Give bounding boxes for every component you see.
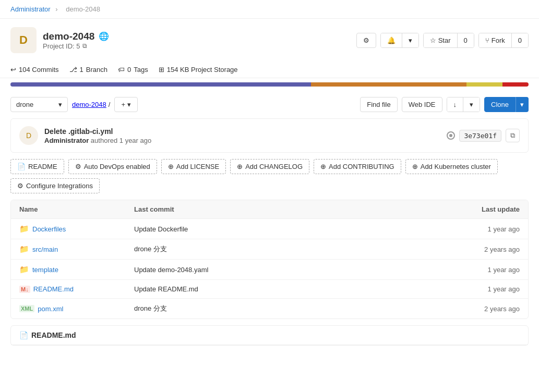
settings-icon: ⚙ [363, 36, 369, 44]
table-row: 📁 template Update demo-2048.yaml 1 year … [11, 260, 528, 280]
commit-hash-area: 3e73e01f ⧉ [447, 129, 520, 142]
commit-msg-template: Update demo-2048.yaml [134, 266, 447, 274]
clone-group: Clone ▾ [484, 97, 529, 112]
add-contributing-shortcut[interactable]: ⊕ Add CONTRIBUTING [314, 159, 401, 174]
commits-stat[interactable]: ↩ 104 Commits [10, 66, 59, 74]
download-dropdown[interactable]: ▾ [463, 97, 480, 112]
branch-name: drone [16, 101, 33, 108]
update-time-pomxml: 2 years ago [447, 305, 520, 313]
configure-integrations-shortcut[interactable]: ⚙ Configure Integrations [10, 178, 100, 193]
readme-header: 📄 README.md [11, 326, 528, 345]
devops-icon: ⚙ [75, 163, 81, 170]
notifications-dropdown[interactable]: ▾ [402, 33, 418, 47]
find-file-button[interactable]: Find file [360, 97, 398, 112]
commit-left: D Delete .gitlab-ci.yml Administrator au… [19, 126, 151, 145]
stats-bar: ↩ 104 Commits ⎇ 1 Branch 🏷 0 Tags ⊞ 154 … [0, 62, 539, 78]
commit-radio-icon [447, 131, 455, 140]
add-contributing-icon: ⊕ [320, 163, 326, 170]
bell-icon: 🔔 [387, 36, 396, 44]
update-time-srcmain: 2 years ago [447, 246, 520, 253]
plus-icon: + [121, 101, 125, 108]
settings-button[interactable]: ⚙ [356, 33, 376, 48]
storage-stat[interactable]: ⊞ 154 KB Project Storage [159, 66, 238, 74]
branches-stat[interactable]: ⎇ 1 Branch [69, 66, 107, 74]
fork-count[interactable]: 0 [512, 33, 528, 47]
readme-icon: 📄 [17, 163, 26, 170]
web-ide-button[interactable]: Web IDE [402, 97, 442, 112]
branch-chevron-icon: ▾ [58, 101, 62, 108]
file-name-pomxml[interactable]: XML pom.xml [19, 305, 134, 313]
clone-button[interactable]: Clone [484, 97, 516, 112]
table-row: 📁 Dockerfiles Update Dockerfile 1 year a… [11, 219, 528, 239]
fork-button[interactable]: ⑂ Fork [479, 33, 512, 47]
add-changelog-shortcut[interactable]: ⊕ Add CHANGELOG [230, 159, 309, 174]
commit-hash[interactable]: 3e73e01f [459, 130, 501, 142]
breadcrumb: Administrator › demo-2048 [0, 0, 539, 19]
star-icon: ☆ [430, 36, 436, 44]
storage-label: 154 KB Project Storage [167, 66, 238, 74]
col-name: Name [19, 205, 134, 213]
auto-devops-shortcut[interactable]: ⚙ Auto DevOps enabled [68, 159, 157, 174]
project-meta: demo-2048 🌐 Project ID: 5 ⧉ [43, 31, 109, 50]
add-changelog-icon: ⊕ [237, 163, 243, 170]
commit-author: Administrator authored 1 year ago [44, 137, 151, 144]
clone-dropdown-button[interactable]: ▾ [516, 97, 529, 112]
project-name-row: demo-2048 🌐 [43, 31, 109, 42]
shortcut-buttons: 📄 README ⚙ Auto DevOps enabled ⊕ Add LIC… [0, 159, 539, 200]
project-name: demo-2048 [43, 31, 94, 42]
copy-hash-button[interactable]: ⧉ [506, 129, 520, 142]
breadcrumb-separator: › [55, 5, 57, 13]
table-row: M↓ README.md Update README.md 1 year ago [11, 280, 528, 299]
add-kubernetes-icon: ⊕ [412, 163, 418, 170]
copy-id-icon[interactable]: ⧉ [82, 42, 87, 50]
md-file-icon: M↓ [19, 286, 30, 293]
folder-icon: 📁 [19, 265, 29, 274]
col-commit: Last commit [134, 205, 447, 213]
readme-file-icon: 📄 [19, 331, 28, 339]
readme-shortcut[interactable]: 📄 README [10, 159, 64, 174]
star-button[interactable]: ☆ Star [424, 33, 458, 47]
commit-message[interactable]: Delete .gitlab-ci.yml [44, 127, 151, 136]
update-time-template: 1 year ago [447, 266, 520, 274]
breadcrumb-current: demo-2048 [66, 5, 100, 13]
file-name-srcmain[interactable]: 📁 src/main [19, 244, 134, 254]
commit-avatar: D [19, 126, 38, 145]
commit-info: D Delete .gitlab-ci.yml Administrator au… [10, 118, 529, 153]
author-name: Administrator [44, 137, 89, 144]
xml-file-icon: XML [19, 305, 34, 312]
tag-label: Tags [134, 66, 148, 74]
file-table-header: Name Last commit Last update [11, 200, 528, 219]
file-name-dockerfiles[interactable]: 📁 Dockerfiles [19, 224, 134, 234]
notifications-button[interactable]: 🔔 [381, 33, 402, 47]
radio-inner [449, 134, 452, 137]
readme-title: README.md [31, 331, 76, 339]
path-separator: / [109, 101, 111, 108]
tag-icon: 🏷 [118, 66, 125, 74]
project-actions: ⚙ 🔔 ▾ ☆ Star 0 ⑂ Fork 0 [356, 33, 529, 48]
branch-selector[interactable]: drone ▾ [10, 97, 68, 112]
author-action: authored 1 year ago [91, 137, 151, 144]
file-table: Name Last commit Last update 📁 Dockerfil… [10, 200, 529, 319]
readme-section: 📄 README.md [10, 325, 529, 346]
add-file-button[interactable]: + ▾ [114, 97, 138, 112]
breadcrumb-parent[interactable]: Administrator [10, 5, 51, 13]
repo-path-root[interactable]: demo-2048 [72, 101, 106, 108]
commits-icon: ↩ [10, 66, 16, 74]
notifications-group: 🔔 ▾ [380, 33, 419, 48]
commit-msg-srcmain: drone 分支 [134, 244, 447, 254]
star-count[interactable]: 0 [458, 33, 474, 47]
download-icon: ↓ [453, 101, 457, 108]
table-row: XML pom.xml drone 分支 2 years ago [11, 299, 528, 318]
add-license-shortcut[interactable]: ⊕ Add LICENSE [161, 159, 226, 174]
star-label: Star [438, 36, 451, 44]
copy-icon: ⧉ [510, 131, 515, 139]
fork-group: ⑂ Fork 0 [478, 33, 529, 48]
file-name-template[interactable]: 📁 template [19, 265, 134, 274]
add-kubernetes-shortcut[interactable]: ⊕ Add Kubernetes cluster [405, 159, 498, 174]
download-button[interactable]: ↓ [447, 97, 464, 112]
project-id: Project ID: 5 ⧉ [43, 42, 109, 50]
file-name-readme[interactable]: M↓ README.md [19, 285, 134, 293]
configure-icon: ⚙ [17, 182, 23, 190]
star-group: ☆ Star 0 [423, 33, 474, 48]
tags-stat[interactable]: 🏷 0 Tags [118, 66, 148, 74]
